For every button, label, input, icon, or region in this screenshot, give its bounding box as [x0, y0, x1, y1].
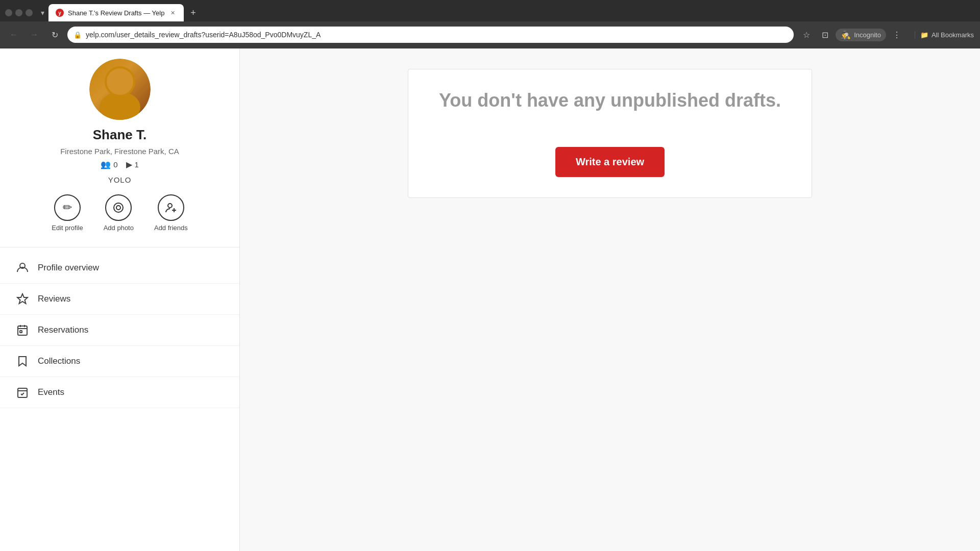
nav-reservations[interactable]: Reservations	[0, 315, 239, 346]
reservations-icon	[15, 323, 30, 337]
svg-marker-9	[17, 294, 28, 304]
reviews-count: 1	[135, 160, 139, 169]
avatar	[89, 59, 151, 120]
add-photo-action[interactable]: Add photo	[104, 194, 134, 232]
svg-point-5	[168, 204, 172, 208]
svg-point-4	[116, 206, 120, 210]
browser-chrome: ▾ y Shane T.'s Review Drafts — Yelp ✕ + …	[0, 0, 980, 48]
edit-profile-icon: ✏	[54, 194, 81, 221]
edit-profile-label: Edit profile	[52, 224, 83, 232]
reviews-stat: ▶ 1	[126, 160, 139, 169]
friends-stat: 👥 0	[101, 160, 117, 169]
content-card: You don't have any unpublished drafts. W…	[408, 69, 812, 198]
maximize-btn[interactable]	[15, 9, 22, 16]
profile-bio: YOLO	[108, 176, 132, 184]
tab-favicon: y	[56, 9, 64, 17]
events-label: Events	[38, 387, 64, 397]
svg-rect-14	[20, 331, 22, 333]
add-friends-icon	[158, 194, 184, 221]
write-review-button[interactable]: Write a review	[555, 147, 665, 177]
add-photo-label: Add photo	[104, 224, 134, 232]
profile-stats: 👥 0 ▶ 1	[101, 160, 139, 169]
minimize-btn[interactable]	[5, 9, 12, 16]
reload-button[interactable]: ↻	[47, 27, 62, 42]
side-panel-icon[interactable]: ⊡	[817, 27, 832, 42]
main-content: You don't have any unpublished drafts. W…	[240, 48, 980, 551]
reviews-nav-icon	[15, 292, 30, 306]
add-photo-icon	[105, 194, 132, 221]
edit-profile-action[interactable]: ✏ Edit profile	[52, 194, 83, 232]
active-tab[interactable]: y Shane T.'s Review Drafts — Yelp ✕	[48, 4, 184, 21]
window-controls	[5, 9, 33, 16]
nav-collections[interactable]: Collections	[0, 346, 239, 377]
nav-reviews[interactable]: Reviews	[0, 284, 239, 315]
incognito-badge: 🕵 Incognito	[836, 29, 886, 41]
collections-label: Collections	[38, 356, 80, 366]
lock-icon: 🔒	[74, 31, 82, 39]
nav-events[interactable]: Events	[0, 377, 239, 408]
menu-icon[interactable]: ⋮	[889, 27, 904, 42]
tab-bar: ▾ y Shane T.'s Review Drafts — Yelp ✕ +	[0, 0, 980, 21]
svg-point-3	[114, 203, 123, 212]
draft-message: You don't have any unpublished drafts.	[439, 90, 781, 111]
nav-menu: Profile overview Reviews	[0, 247, 239, 413]
bookmark-star-icon[interactable]: ☆	[799, 27, 814, 42]
close-btn[interactable]	[26, 9, 33, 16]
nav-right-buttons: ☆ ⊡ 🕵 Incognito ⋮	[799, 27, 904, 42]
bookmarks-label: All Bookmarks	[932, 31, 974, 39]
profile-location: Firestone Park, Firestone Park, CA	[60, 147, 179, 156]
profile-overview-icon	[15, 261, 30, 275]
reviews-label: Reviews	[38, 294, 70, 304]
nav-bar: ← → ↻ 🔒 yelp.com/user_details_review_dra…	[0, 21, 980, 48]
profile-overview-label: Profile overview	[38, 263, 99, 273]
bookmarks-folder-icon: 📁	[920, 31, 928, 39]
bookmarks-area: 📁 All Bookmarks	[915, 31, 974, 39]
reservations-label: Reservations	[38, 325, 88, 335]
profile-section: Shane T. Firestone Park, Firestone Park,…	[0, 48, 239, 247]
friends-icon: 👥	[101, 160, 111, 169]
events-icon	[15, 385, 30, 399]
tab-scroll-left[interactable]: ▾	[41, 9, 44, 17]
nav-profile-overview[interactable]: Profile overview	[0, 253, 239, 284]
new-tab-button[interactable]: +	[186, 6, 200, 20]
incognito-label: Incognito	[854, 31, 881, 39]
svg-point-2	[107, 68, 133, 95]
tab-title: Shane T.'s Review Drafts — Yelp	[68, 9, 164, 17]
tab-close-icon[interactable]: ✕	[168, 9, 177, 17]
profile-name: Shane T.	[93, 127, 146, 143]
friends-count: 0	[113, 160, 117, 169]
back-button[interactable]: ←	[6, 27, 21, 42]
collections-icon	[15, 354, 30, 368]
profile-actions: ✏ Edit profile Add photo	[52, 194, 187, 232]
page-content: Shane T. Firestone Park, Firestone Park,…	[0, 48, 980, 551]
avatar-image	[89, 59, 151, 120]
sidebar: Shane T. Firestone Park, Firestone Park,…	[0, 48, 240, 551]
url-text: yelp.com/user_details_review_drafts?user…	[86, 31, 321, 39]
add-friends-action[interactable]: Add friends	[154, 194, 188, 232]
add-friends-label: Add friends	[154, 224, 188, 232]
svg-rect-10	[18, 326, 27, 335]
address-bar[interactable]: 🔒 yelp.com/user_details_review_drafts?us…	[67, 27, 794, 43]
forward-button[interactable]: →	[27, 27, 42, 42]
svg-rect-15	[18, 388, 27, 397]
svg-point-1	[100, 92, 140, 120]
reviews-icon: ▶	[126, 160, 132, 169]
